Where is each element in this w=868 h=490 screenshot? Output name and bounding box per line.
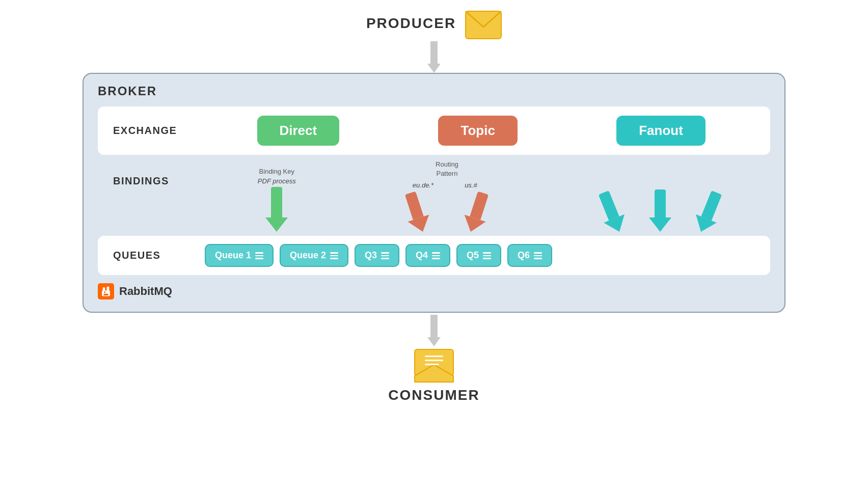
exchange-row: EXCHANGE Direct Topic Fanout [98,106,770,155]
rabbitmq-text: RabbitMQ [119,285,172,298]
producer-envelope-icon [465,11,502,39]
queue-lines-icon-4 [432,252,440,259]
queue-3[interactable]: Q3 [355,244,399,267]
fanout-arrow-center [649,189,671,232]
queue-lines-icon-5 [483,252,491,259]
broker-consumer-arrow [427,315,441,346]
producer-label: PRODUCER [366,15,456,32]
queues-row: QUEUES Queue 1 Queue 2 [98,236,770,275]
exchange-fanout-button[interactable]: Fanout [616,116,706,146]
queue-lines-icon-2 [330,252,338,259]
rabbitmq-logo-icon [98,283,114,300]
broker-box: BROKER EXCHANGE Direct Topic Fanout BIND… [83,73,785,313]
svg-rect-6 [103,294,108,295]
topic-binding-key-label: RoutingPattern [436,160,458,178]
fanout-binding-col [608,174,712,232]
exchange-label: EXCHANGE [113,125,177,137]
exchange-direct-button[interactable]: Direct [257,116,340,146]
queue-4[interactable]: Q4 [405,244,450,267]
svg-rect-11 [425,356,443,357]
direct-binding-value: PDF process [258,177,296,185]
svg-rect-13 [425,364,439,365]
svg-point-5 [104,291,105,293]
queue-lines-icon-3 [381,252,389,259]
direct-binding-key-label: Binding Key [259,167,294,176]
exchanges: Direct Topic Fanout [177,116,755,146]
consumer-label: CONSUMER [388,387,479,403]
producer-section: PRODUCER [366,11,502,39]
direct-arrow [265,187,288,232]
topic-binding-col: RoutingPattern eu.de.* [412,160,482,232]
topic-right-label: us.# [465,181,477,189]
fanout-arrow-left [593,188,630,236]
bindings-label: BINDINGS [113,160,174,187]
svg-rect-4 [107,287,110,292]
queue-5[interactable]: Q5 [456,244,501,267]
queues-list: Queue 1 Queue 2 Q3 [174,244,755,267]
queues-label: QUEUES [113,250,174,261]
queue-1[interactable]: Queue 1 [205,244,274,267]
svg-rect-12 [425,360,443,361]
fanout-arrow-right [691,188,727,236]
consumer-envelope-icon [414,348,454,383]
broker-label: BROKER [98,84,770,98]
queue-6[interactable]: Q6 [507,244,552,267]
topic-arrow-right [460,189,495,235]
producer-arrow [427,41,441,73]
queue-2[interactable]: Queue 2 [280,244,348,267]
bindings-area: BINDINGS Binding Key PDF process Routing… [98,155,770,234]
bindings-inner: Binding Key PDF process RoutingPattern e… [174,160,755,232]
diagram-container: PRODUCER BROKER EXCHANGE Direct Topic Fa… [32,11,836,479]
topic-arrow-left [400,189,434,235]
topic-left-label: eu.de.* [413,181,433,189]
direct-binding-col: Binding Key PDF process [258,167,296,232]
rabbitmq-brand: RabbitMQ [98,283,770,300]
queue-lines-icon-1 [255,252,263,259]
exchange-topic-button[interactable]: Topic [438,116,517,146]
consumer-section: CONSUMER [388,348,479,403]
queue-lines-icon-6 [534,252,542,259]
